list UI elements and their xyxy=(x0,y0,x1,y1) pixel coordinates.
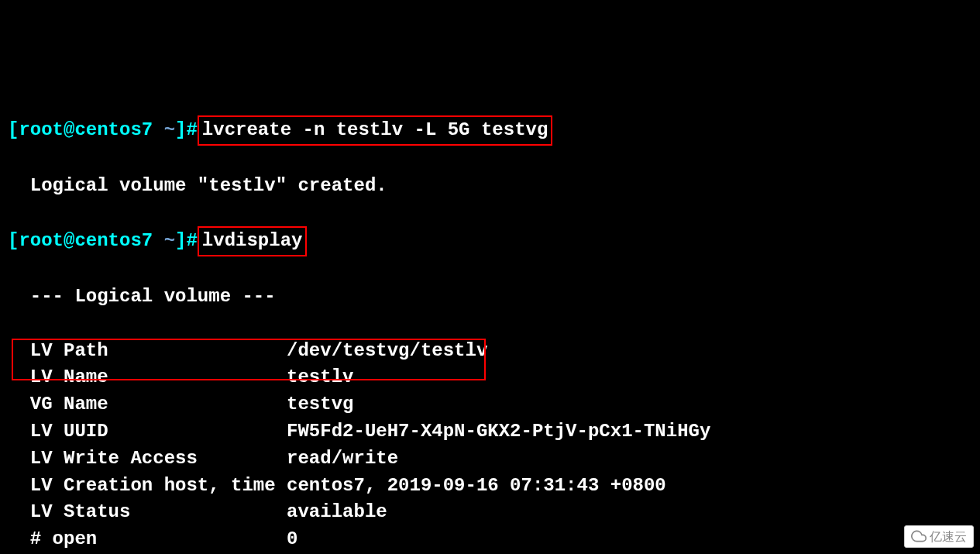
lv-header: --- Logical volume --- xyxy=(8,284,972,311)
lv-field-label: VG Name xyxy=(8,394,287,415)
output-created: Logical volume "testlv" created. xyxy=(8,173,972,200)
lv-field-value: centos7, 2019-09-16 07:31:43 +0800 xyxy=(287,475,666,496)
lv-field-label: LV Creation host, time xyxy=(8,475,287,496)
cloud-icon xyxy=(911,528,927,544)
lv-field-label: LV Write Access xyxy=(8,448,287,469)
prompt-user-host: [root@centos7 xyxy=(8,230,164,251)
prompt-tilde: ~ xyxy=(164,230,175,251)
watermark-text: 亿速云 xyxy=(930,528,967,545)
lv-field-row: LV Status available xyxy=(8,499,972,526)
prompt-line-1: [root@centos7 ~]#lvcreate -n testlv -L 5… xyxy=(8,115,972,146)
lv-field-label: # open xyxy=(8,528,287,549)
lv-field-row: LV Creation host, time centos7, 2019-09-… xyxy=(8,473,972,500)
prompt-suffix: ]# xyxy=(175,119,198,140)
lv-field-value: available xyxy=(287,501,387,522)
lv-field-label: LV UUID xyxy=(8,421,287,442)
watermark: 亿速云 xyxy=(904,525,974,548)
prompt-user-host: [root@centos7 xyxy=(8,119,164,140)
lv-field-value: read/write xyxy=(287,448,398,469)
lv-field-row: # open 0 xyxy=(8,526,972,553)
command-lvdisplay: lvdisplay xyxy=(198,226,308,256)
lv-field-row: VG Name testvg xyxy=(8,391,972,418)
lv-field-value: FW5Fd2-UeH7-X4pN-GKX2-PtjV-pCx1-TNiHGy xyxy=(287,421,710,442)
prompt-line-2: [root@centos7 ~]#lvdisplay xyxy=(8,226,972,256)
command-lvcreate: lvcreate -n testlv -L 5G testvg xyxy=(198,115,552,146)
lv-field-row: LV Write Access read/write xyxy=(8,446,972,473)
lv-field-row: LV UUID FW5Fd2-UeH7-X4pN-GKX2-PtjV-pCx1-… xyxy=(8,418,972,446)
prompt-suffix: ]# xyxy=(175,230,198,251)
lv-field-value: testvg xyxy=(287,394,353,415)
highlight-box-lvsize xyxy=(12,339,486,380)
lv-field-label: LV Status xyxy=(8,501,287,522)
prompt-tilde: ~ xyxy=(164,119,175,140)
lv-field-value: 0 xyxy=(287,528,297,549)
